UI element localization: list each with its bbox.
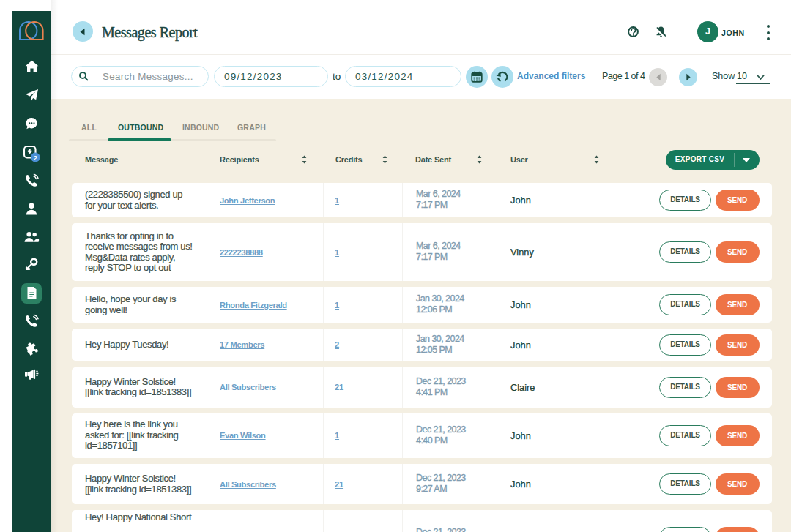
- svg-text:2: 2: [34, 154, 37, 162]
